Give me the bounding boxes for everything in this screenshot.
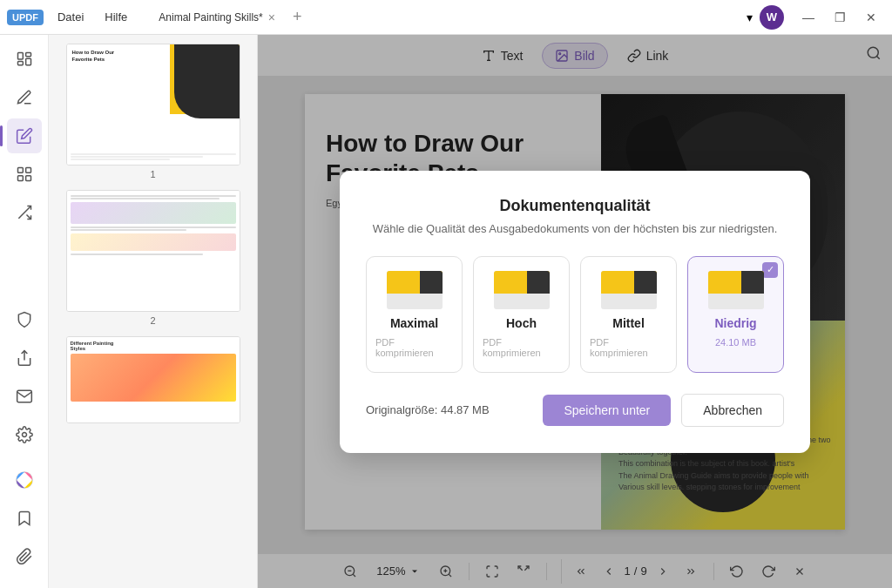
quality-label-niedrig: Niedrig [714,316,756,330]
thumbnail-page-3[interactable]: Different PaintingStyles [57,336,248,423]
titlebar-controls: ▾ W — ❐ ✕ [747,5,885,30]
sidebar-icon-color[interactable] [7,463,42,497]
active-tab[interactable]: Animal Painting Skills* × [148,7,286,28]
svg-rect-0 [17,53,23,60]
add-tab-btn[interactable]: + [293,8,302,26]
modal-title: Dokumentenqualität [366,197,784,215]
menu-datei[interactable]: Datei [54,9,87,25]
user-avatar: W [760,5,784,30]
sidebar-icon-mail[interactable] [7,379,42,414]
cancel-btn[interactable]: Abbrechen [681,394,784,427]
quality-sublabel-maximal: PDF komprimieren [375,337,453,358]
quality-card-niedrig[interactable]: ✓ Niedrig 24.10 MB [687,256,784,373]
modal-footer: Originalgröße: 44.87 MB Speichern unter … [366,394,784,427]
quality-modal: Dokumentenqualität Wähle die Qualität de… [340,171,810,453]
maximize-btn[interactable]: ❐ [826,5,854,30]
modal-overlay: Dokumentenqualität Wähle die Qualität de… [258,35,892,588]
svg-point-11 [22,433,26,437]
minimize-btn[interactable]: — [794,5,822,30]
thumb-img-1: How to Draw OurFavorite Pets [66,44,240,166]
sidebar-icon-organize[interactable] [7,157,42,192]
quality-options: Maximal PDF komprimieren Hoch PDF kompri… [366,256,784,373]
sidebar-icon-bookmark[interactable] [7,501,42,536]
svg-rect-4 [17,168,23,173]
modal-subtitle: Wähle die Qualität des Ausgabedokuments … [366,222,784,235]
sidebar-bottom [7,302,42,581]
close-btn[interactable]: ✕ [857,5,885,30]
tab-close-btn[interactable]: × [268,11,275,24]
sidebar-icon-view[interactable] [7,42,42,77]
tab-title: Animal Painting Skills* [159,11,262,24]
svg-rect-6 [17,176,23,181]
titlebar-menu: Datei Hilfe [54,9,131,25]
svg-rect-1 [25,53,30,57]
sidebar-icon-convert[interactable] [7,195,42,230]
sidebar-icon-share[interactable] [7,341,42,375]
sidebar-icon-edit[interactable] [7,118,42,153]
titlebar: UPDF Datei Hilfe Animal Painting Skills*… [0,0,892,35]
menu-hilfe[interactable]: Hilfe [101,9,131,25]
original-size-label: Originalgröße: 44.87 MB [366,403,490,416]
quality-label-maximal: Maximal [390,316,438,330]
updf-logo: UPDF [7,10,44,25]
thumb-page-num-2: 2 [150,315,155,326]
tab-area: Animal Painting Skills* × + [148,7,747,28]
svg-rect-2 [25,58,30,65]
svg-rect-7 [25,176,30,181]
sidebar-icon-annotate[interactable] [7,80,42,115]
thumbnail-page-1[interactable]: How to Draw OurFavorite Pets 1 [57,44,248,179]
quality-card-mittel[interactable]: Mittel PDF komprimieren [580,256,677,373]
quality-label-mittel: Mittel [612,316,645,330]
quality-thumb-niedrig [708,271,764,309]
thumbnail-panel: How to Draw OurFavorite Pets 1 [49,35,258,588]
thumb-img-2 [66,190,240,312]
save-btn[interactable]: Speichern unter [543,395,671,426]
sidebar-icon-protect[interactable] [7,302,42,337]
thumb-page-num-1: 1 [150,169,155,179]
quality-label-hoch: Hoch [506,316,537,330]
quality-thumb-mittel [601,271,657,309]
quality-card-hoch[interactable]: Hoch PDF komprimieren [473,256,570,373]
quality-sublabel-hoch: PDF komprimieren [483,337,560,358]
dropdown-btn[interactable]: ▾ [747,10,753,24]
quality-check-icon: ✓ [762,262,778,278]
main-layout: How to Draw OurFavorite Pets 1 [0,35,892,588]
svg-rect-5 [25,168,30,173]
thumbnail-page-2[interactable]: 2 [57,190,248,326]
quality-card-maximal[interactable]: Maximal PDF komprimieren [366,256,463,373]
quality-thumb-hoch [494,271,550,309]
sidebar-icon-tools[interactable] [7,417,42,452]
sidebar-icon-attach[interactable] [7,539,42,574]
quality-size-niedrig: 24.10 MB [715,337,756,348]
quality-thumb-maximal [387,271,443,309]
thumb-img-3: Different PaintingStyles [66,336,240,423]
svg-rect-3 [17,62,23,65]
sidebar-left [0,35,49,588]
content-area: Text Bild Link [258,35,892,588]
quality-sublabel-mittel: PDF komprimieren [590,337,667,358]
